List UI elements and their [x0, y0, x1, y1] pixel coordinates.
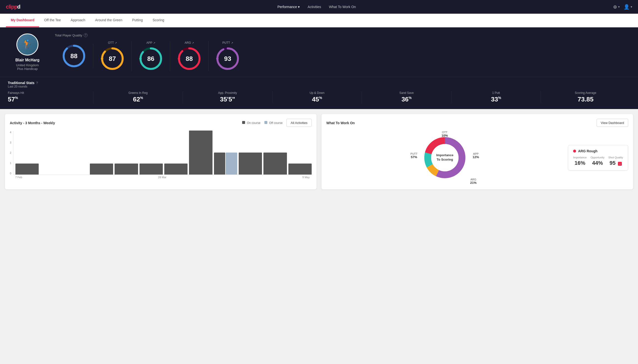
nav-activities[interactable]: Activities	[308, 5, 321, 9]
shot-quality-badge: ↓	[618, 162, 622, 166]
svg-point-10	[178, 58, 180, 60]
bar-group-11	[288, 164, 312, 174]
bar-group-6	[164, 164, 187, 174]
score-circles: 88 OTT ↗ 87	[55, 41, 630, 71]
svg-point-4	[101, 58, 103, 60]
bar-group-8	[214, 152, 237, 174]
stat-1putt: 1 Putt 33%	[452, 91, 541, 103]
bar-empty-1	[40, 174, 63, 174]
svg-text:Importance: Importance	[436, 153, 453, 157]
bar-on-4	[115, 164, 138, 174]
bar-group-2	[65, 174, 88, 174]
donut-section: OTT 10% APP 12% ARG 21%	[326, 131, 563, 184]
bar-group-1	[40, 174, 63, 174]
donut-label-ott: OTT 10%	[442, 131, 448, 138]
y-label-3: 3	[10, 141, 11, 144]
wtwo-card-header: What To Work On View Dashboard	[326, 119, 628, 127]
bar-group-7	[189, 130, 212, 174]
avatar-image: 🏌️	[22, 39, 33, 50]
score-putt: PUTT ↗ 93	[208, 41, 247, 71]
chevron-down-icon: ▾	[298, 5, 300, 9]
wtwo-inner: OTT 10% APP 12% ARG 21%	[326, 131, 628, 184]
stat-gir: Greens In Reg 62%	[94, 91, 183, 103]
y-label-1: 1	[10, 162, 11, 164]
hero-section: 🏌️ Blair McHarg United Kingdom Plus Hand…	[0, 28, 638, 77]
putt-arrow-icon: ↗	[231, 42, 233, 44]
player-country: United Kingdom	[16, 63, 39, 67]
donut-label-app: APP 12%	[473, 152, 479, 159]
svg-point-13	[216, 58, 219, 60]
bar-on-5	[140, 164, 163, 174]
svg-text:To Scoring: To Scoring	[437, 158, 453, 161]
score-ott-value: 87	[109, 55, 116, 62]
circle-ott: 87	[100, 46, 125, 71]
player-handicap: Plus Handicap	[17, 67, 38, 71]
bar-group-9	[239, 152, 262, 174]
stat-updown: Up & Down 45%	[273, 91, 362, 103]
user-avatar-button[interactable]: 👤 ▾	[623, 4, 632, 10]
stats-help-icon[interactable]: ?	[36, 81, 38, 85]
add-button[interactable]: ⊕ ▾	[613, 4, 620, 10]
wtwo-title: What To Work On	[326, 121, 355, 125]
score-app-label: APP ↗	[146, 41, 155, 44]
bar-on-10	[263, 152, 287, 174]
logo: clippd	[6, 4, 20, 10]
tab-putting[interactable]: Putting	[127, 14, 148, 27]
donut-label-arg: ARG 21%	[470, 178, 477, 184]
bar-on-11	[288, 164, 312, 174]
score-total: 88	[55, 44, 93, 68]
bar-group-4	[115, 164, 138, 174]
nav-what-to-work-on[interactable]: What To Work On	[329, 5, 356, 9]
y-label-2: 2	[10, 151, 11, 154]
legend-offcourse: Off course	[264, 121, 283, 125]
stat-proximity: App. Proximity 35'5"	[183, 91, 273, 103]
donut-svg: Importance To Scoring	[423, 136, 467, 180]
arg-arrow-icon: ↗	[192, 42, 194, 44]
stats-sublabel: Last 20 rounds	[8, 85, 38, 88]
bar-group-5	[140, 164, 163, 174]
bar-empty-2	[65, 174, 88, 174]
tab-bar: My Dashboard Off the Tee Approach Around…	[0, 14, 638, 28]
score-putt-label: PUTT ↗	[222, 41, 233, 44]
tab-approach[interactable]: Approach	[66, 14, 90, 27]
circle-total: 88	[62, 44, 86, 68]
stats-label: Traditional Stats ?	[8, 81, 38, 85]
player-info: 🏌️ Blair McHarg United Kingdom Plus Hand…	[8, 34, 47, 71]
avatar: 🏌️	[17, 34, 39, 56]
stat-scoring: Scoring Average 73.85	[541, 91, 630, 103]
nav-right: ⊕ ▾ 👤 ▾	[613, 4, 632, 10]
circle-arg: 88	[177, 46, 201, 71]
bar-on-3	[90, 164, 113, 174]
tab-around-the-green[interactable]: Around the Green	[90, 14, 127, 27]
score-putt-value: 93	[224, 55, 231, 62]
tab-off-the-tee[interactable]: Off the Tee	[39, 14, 66, 27]
score-arg-value: 88	[186, 55, 193, 62]
help-icon[interactable]: ?	[84, 33, 88, 37]
nav-performance[interactable]: Performance ▾	[277, 5, 300, 9]
info-card-title: ARG Rough	[573, 149, 623, 153]
chart-area	[13, 131, 312, 175]
tpq-section: Total Player Quality ? 88	[55, 33, 630, 71]
info-metrics: Importance 16% Opportunity 44% Shot Qual…	[573, 156, 623, 166]
circle-app: 86	[139, 46, 163, 71]
donut-label-putt: PUTT 57%	[410, 152, 418, 159]
tab-scoring[interactable]: Scoring	[148, 14, 169, 27]
legend-oncourse-dot	[242, 121, 245, 124]
stats-section: Traditional Stats ? Last 20 rounds Fairw…	[0, 77, 638, 109]
stat-sandsave: Sand Save 36%	[362, 91, 452, 103]
all-activities-button[interactable]: All Activities	[286, 119, 312, 127]
bar-on-0	[16, 164, 39, 174]
view-dashboard-button[interactable]: View Dashboard	[597, 119, 628, 127]
score-total-value: 88	[71, 52, 78, 60]
stat-fairways: Fairways Hit 57%	[8, 91, 94, 103]
what-to-work-on-card: What To Work On View Dashboard OTT 10%	[321, 114, 633, 190]
player-name: Blair McHarg	[16, 58, 40, 62]
ott-arrow-icon: ↗	[115, 42, 117, 44]
info-dot	[573, 150, 576, 152]
metric-opportunity: Opportunity 44%	[590, 156, 604, 166]
bar-on-8	[214, 152, 226, 174]
activity-chart-title: Activity - 3 Months - Weekly	[10, 121, 55, 125]
metric-shot-quality: Shot Quality 95 ↓	[608, 156, 623, 166]
tab-my-dashboard[interactable]: My Dashboard	[6, 14, 39, 27]
legend-oncourse: On course	[242, 121, 261, 125]
